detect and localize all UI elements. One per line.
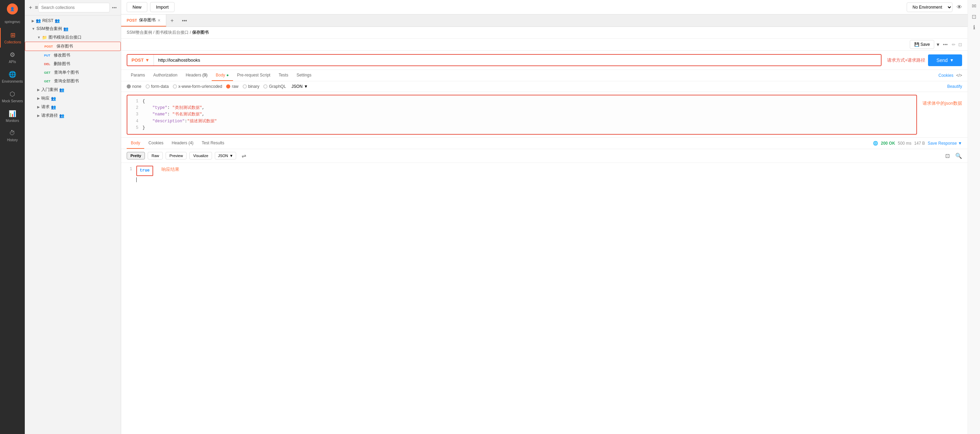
tree-item-save-book[interactable]: POST 保存图书	[25, 41, 121, 51]
radio-graphql[interactable]: GraphQL	[263, 84, 286, 89]
sidebar-item-history[interactable]: ⏱ History	[0, 126, 25, 145]
users-icon: 👥	[51, 105, 56, 110]
tree-item-get-book[interactable]: GET 查询单个图书	[25, 68, 121, 77]
tree-label: 保存图书	[56, 43, 73, 49]
radio-urlencoded[interactable]: x-www-form-urlencoded	[173, 84, 222, 89]
search-response-button[interactable]: 🔍	[955, 153, 962, 159]
save-response-button[interactable]: Save Response ▼	[928, 141, 962, 146]
tree-item-intro[interactable]: ▶ 入门案例 👥	[25, 85, 121, 94]
format-raw-button[interactable]: Raw	[148, 152, 163, 160]
sidebar-item-collections[interactable]: ⊞ Collections	[0, 28, 25, 48]
tab-overflow-button[interactable]: •••	[178, 15, 191, 26]
chevron-icon: ▶	[32, 19, 34, 23]
resp-tab-test-results[interactable]: Test Results	[197, 138, 228, 149]
add-collection-icon[interactable]: +	[29, 5, 32, 11]
sidebar-item-label: History	[7, 138, 18, 142]
tab-settings[interactable]: Settings	[292, 70, 315, 81]
code-content: "name": "书名测试数据",	[143, 111, 911, 118]
format-preview-button[interactable]: Preview	[165, 152, 186, 160]
tab-authorization[interactable]: Authorization	[149, 70, 181, 81]
response-json-format-selector[interactable]: JSON ▼	[215, 152, 236, 160]
radio-dot-none	[127, 85, 131, 89]
layout-icon[interactable]: ⊡	[972, 13, 976, 20]
tab-close-button[interactable]: ×	[158, 18, 161, 23]
response-json-label: JSON	[218, 154, 228, 158]
more-options-icon[interactable]: •••	[112, 5, 117, 10]
tree-item-request[interactable]: ▶ 请求 👥	[25, 103, 121, 111]
chevron-icon: ▼	[32, 27, 35, 31]
tab-body[interactable]: Body ●	[212, 70, 233, 81]
import-button[interactable]: Import	[150, 2, 175, 12]
radio-dot-form-data	[146, 85, 150, 89]
sidebar-item-monitors[interactable]: 📊 Monitors	[0, 107, 25, 126]
format-visualize-button[interactable]: Visualize	[189, 152, 212, 160]
radio-raw[interactable]: raw	[226, 84, 238, 89]
tab-headers[interactable]: Headers (9)	[181, 70, 212, 81]
method-label: POST	[132, 57, 143, 63]
edit-icon[interactable]: ✏	[952, 42, 956, 47]
beautify-button[interactable]: Beautify	[947, 84, 962, 89]
url-input[interactable]	[154, 55, 881, 65]
response-annotation: 响应结果	[161, 166, 179, 176]
tree-item-response[interactable]: ▶ 响应 👥	[25, 94, 121, 103]
response-tabs-bar: Body Cookies Headers (4) Test Results 🌐 …	[121, 138, 967, 149]
send-dropdown-icon: ▼	[950, 58, 954, 63]
radio-urlencoded-label: x-www-form-urlencoded	[178, 84, 222, 89]
radio-binary[interactable]: binary	[243, 84, 259, 89]
sidebar-item-environments[interactable]: 🌐 Environments	[0, 67, 25, 87]
format-pretty-button[interactable]: Pretty	[127, 152, 145, 160]
new-tab-button[interactable]: +	[166, 15, 178, 27]
cookies-link[interactable]: Cookies	[939, 73, 953, 78]
tree-item-get-all-books[interactable]: GET 查询全部图书	[25, 77, 121, 85]
tree-item-rest[interactable]: ▶ 👥 REST 👥	[25, 17, 121, 24]
method-selector[interactable]: POST ▼	[127, 55, 154, 65]
resp-tab-headers[interactable]: Headers (4)	[168, 138, 197, 149]
breadcrumb-part-2: 图书模块后台接口	[156, 30, 189, 35]
tab-pre-request-script[interactable]: Pre-request Script	[233, 70, 275, 81]
save-more-button[interactable]: •••	[943, 42, 948, 47]
save-dropdown-button[interactable]: ▼	[935, 42, 940, 47]
method-badge-post: POST	[43, 45, 54, 49]
comment-icon[interactable]: ✉	[972, 3, 976, 9]
radio-form-data[interactable]: form-data	[146, 84, 169, 89]
sidebar-item-label: Monitors	[6, 119, 19, 123]
chevron-icon: ▶	[37, 96, 40, 100]
globe-icon: 🌐	[873, 141, 878, 146]
duplicate-icon[interactable]: ⊡	[958, 42, 962, 47]
save-button[interactable]: 💾 Save	[910, 40, 935, 49]
send-button[interactable]: Send ▼	[928, 54, 962, 66]
main-content: New Import No Environment 👁 POST 保存图书 × …	[121, 0, 967, 434]
resp-tab-body[interactable]: Body	[127, 138, 144, 149]
eye-icon[interactable]: 👁	[956, 4, 962, 10]
code-button[interactable]: </>	[956, 73, 962, 78]
active-tab[interactable]: POST 保存图书 ×	[121, 14, 166, 27]
json-format-selector[interactable]: JSON ▼	[291, 84, 308, 89]
url-bar: POST ▼ 请求方式+请求路径 Send ▼	[121, 51, 967, 70]
tab-params[interactable]: Params	[127, 70, 149, 81]
radio-dot-urlencoded	[173, 85, 177, 89]
json-format-label: JSON	[291, 84, 302, 89]
resp-tab-cookies[interactable]: Cookies	[144, 138, 167, 149]
tree-label: 查询单个图书	[54, 70, 79, 75]
new-button[interactable]: New	[127, 2, 147, 12]
app-logo[interactable]: 👤	[7, 3, 18, 14]
environment-selector[interactable]: No Environment	[907, 2, 953, 12]
request-body-editor[interactable]: 1 { 2 "type": "类别测试数据", 3 "name": "书名测试数…	[127, 95, 917, 135]
tab-tests[interactable]: Tests	[274, 70, 292, 81]
radio-none[interactable]: none	[127, 84, 142, 89]
sidebar-item-apis[interactable]: ⚙ APIs	[0, 48, 25, 67]
response-line-1: 1 true 响应结果	[127, 166, 962, 176]
tree-item-del-book[interactable]: DEL 删除图书	[25, 60, 121, 68]
copy-response-button[interactable]: ⊡	[945, 153, 950, 159]
tree-item-edit-book[interactable]: PUT 修改图书	[25, 51, 121, 60]
tree-item-ssm[interactable]: ▼ SSM整合案例 👥	[25, 24, 121, 33]
search-input[interactable]	[38, 3, 110, 13]
tree-item-req-path[interactable]: ▶ 请求路径 👥	[25, 111, 121, 120]
sidebar-item-mock-servers[interactable]: ⬡ Mock Servers	[0, 87, 25, 107]
line-number: 2	[133, 105, 138, 111]
sort-icon[interactable]: ≡	[35, 5, 38, 11]
tree-item-books-folder[interactable]: ▼ 📁 图书模块后台接口	[25, 33, 121, 41]
info-icon[interactable]: ℹ	[973, 24, 975, 31]
wrap-icon[interactable]: ⇌	[239, 151, 249, 161]
code-editor-row: 1 { 2 "type": "类别测试数据", 3 "name": "书名测试数…	[121, 92, 967, 137]
